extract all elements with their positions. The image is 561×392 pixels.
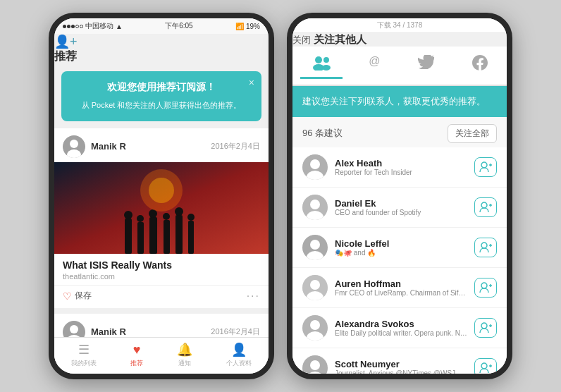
follow-all-button[interactable]: 关注全部 [448,124,497,143]
svg-point-24 [322,65,331,71]
tab-recommend[interactable]: ♥ 推荐 [130,343,143,368]
feed-username-2: Manik R [91,326,126,337]
svg-point-58 [481,363,487,369]
svg-point-32 [310,200,320,209]
avatar-nicole-leffel [302,235,328,260]
phone1-inner: 中国移动 ▲ 下午6:05 📶 19% 👤+ 推荐 × 欢迎您使用推荐订阅源！ [54,18,269,374]
svg-point-17 [149,178,174,203]
feed-item-2: Manik R 2016年2月4日 In case you missed it … [54,314,269,338]
tab-notify[interactable]: 🔔 通知 [177,342,192,368]
tab-profile[interactable]: 👤 个人资料 [226,342,252,368]
facebook-icon [472,55,488,74]
nav-bar-right: 关闭 关注其他人 [292,33,507,47]
add-user-icon[interactable]: 👤+ [54,34,269,49]
save-button-1[interactable]: ♡ 保存 [63,290,92,302]
suggest-name-2: Nicole Leffel [335,238,467,249]
banner-close-icon[interactable]: × [249,77,254,88]
follow-button-0[interactable] [474,157,497,177]
svg-rect-6 [137,222,144,254]
tab-at[interactable]: @ [357,52,391,79]
svg-point-5 [124,211,132,219]
svg-point-28 [481,162,487,168]
suggest-item-5: Scott Neumyer Journalist. Anxious @NYTim… [292,348,507,374]
svg-point-40 [481,243,487,248]
feed-username-1: Manik R [91,141,126,152]
avatar-manik-2 [63,321,85,338]
signal-dot-4 [75,25,79,28]
suggest-info-3: Auren Hoffman Fmr CEO of LiveRamp. Chair… [335,278,467,297]
feed-date-2: 2016年2月4日 [211,326,260,337]
signal-dots [63,25,83,28]
suggest-desc-1: CEO and founder of Spotify [335,209,467,216]
follow-button-2[interactable] [474,238,497,257]
phone-left: 中国移动 ▲ 下午6:05 📶 19% 👤+ 推荐 × 欢迎您使用推荐订阅源！ [49,13,274,379]
time-label: 下午6:05 [165,21,192,31]
svg-point-50 [310,320,320,330]
tab-people[interactable] [300,52,343,79]
tab-my-list[interactable]: ☰ 我的列表 [71,342,97,368]
suggest-info-2: Nicole Leffel 🎭🐙 and 🔥 [335,238,467,257]
nav-title-left: 推荐 [54,50,77,62]
people-icon [312,55,331,74]
status-bar-left: 中国移动 ▲ 下午6:05 📶 19% [54,18,269,34]
avatar-alexandra-svokos [302,315,328,341]
follow-button-1[interactable] [474,197,497,217]
svg-point-11 [163,213,170,220]
suggest-info-4: Alexandra Svokos Elite Daily political w… [335,319,467,337]
avatar-scott-neumyer [302,355,328,374]
svg-rect-10 [164,220,170,254]
tab-recommend-label: 推荐 [130,359,143,368]
suggest-desc-5: Journalist. Anxious @NYTimes @WSJ @Sino.… [335,369,467,374]
suggest-item-3: Auren Hoffman Fmr CEO of LiveRamp. Chair… [292,268,507,308]
follow-button-4[interactable] [474,318,497,338]
follow-button-3[interactable] [474,278,497,298]
feed-image-1[interactable] [54,162,269,254]
tab-list-icon: ☰ [78,342,90,357]
avatar-manik-1 [63,135,85,158]
svg-point-38 [310,240,320,250]
feed-actions-1: ♡ 保存 ··· [54,285,269,308]
suggest-item-2: Nicole Leffel 🎭🐙 and 🔥 [292,228,507,268]
suggest-name-5: Scott Neumyer [335,359,467,369]
suggest-desc-4: Elite Daily political writer. Opera punk… [335,329,467,337]
signal-dot-1 [63,25,66,28]
feed[interactable]: Manik R 2016年2月4日 [54,128,269,338]
bottom-tabs: ☰ 我的列表 ♥ 推荐 🔔 通知 👤 个人资料 [54,337,269,374]
suggest-name-3: Auren Hoffman [335,278,467,289]
signal-dot-2 [67,25,70,28]
svg-point-56 [310,360,320,370]
tab-notify-icon: 🔔 [177,342,192,357]
nav-bar-left: 👤+ 推荐 [54,34,269,64]
nav-title-right: 关注其他人 [314,33,366,45]
svg-point-46 [481,283,487,288]
svg-rect-12 [175,215,183,254]
banner-body: 从 Pocket 和您关注的人那里获得出色的推荐。 [71,99,252,111]
suggest-desc-3: Fmr CEO of LiveRamp. Chairman of Siftery [335,289,467,297]
social-tabs: @ [292,47,507,86]
follow-button-5[interactable] [474,358,497,374]
svg-point-52 [481,323,487,329]
suggest-list[interactable]: Alex Heath Reporter for Tech Insider [292,147,507,374]
phone-right: 下载 34 / 1378 关闭 关注其他人 [287,13,512,379]
close-button[interactable]: 关闭 [292,35,311,45]
battery-pct: 19% [246,23,260,30]
svg-point-34 [481,202,487,208]
suggest-name-1: Daniel Ek [335,198,467,209]
download-bar: 下载 34 / 1378 [292,18,507,33]
suggest-banner-text: 建议您关注下列联系人，获取更优秀的推荐。 [302,94,497,109]
save-label-1: 保存 [75,290,92,302]
tab-facebook[interactable] [461,52,499,79]
suggest-item-4: Alexandra Svokos Elite Daily political w… [292,308,507,348]
suggest-header: 96 条建议 关注全部 [292,117,507,147]
status-left: 中国移动 ▲ [63,21,123,31]
heart-icon: ♡ [63,290,72,302]
suggest-desc-0: Reporter for Tech Insider [335,169,467,176]
phone2-inner: 下载 34 / 1378 关闭 关注其他人 [292,18,507,374]
suggest-info-0: Alex Heath Reporter for Tech Insider [335,158,467,176]
more-button-1[interactable]: ··· [247,290,260,302]
svg-point-23 [323,57,329,63]
feed-user-info-1: Manik R [63,135,126,158]
suggest-desc-2: 🎭🐙 and 🔥 [335,249,467,257]
tab-twitter[interactable] [407,52,446,79]
banner-title: 欢迎您使用推荐订阅源！ [71,81,252,94]
